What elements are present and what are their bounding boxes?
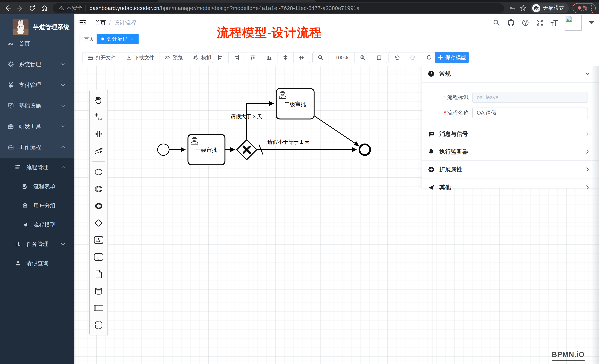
sidebar-item-label: 任务管理: [26, 240, 60, 248]
canvas-edge-scroll[interactable]: [591, 66, 599, 364]
sidebar-item-workflow[interactable]: 工作流程: [0, 137, 74, 157]
message-icon: [428, 130, 435, 138]
create-intermediate-event[interactable]: [90, 180, 107, 197]
sidebar-item-process-mgmt[interactable]: 流程管理: [0, 158, 74, 177]
process-name-input[interactable]: [472, 108, 588, 118]
section-extended-attrs[interactable]: 扩展属性: [422, 161, 599, 178]
bookmark-star-icon[interactable]: [520, 4, 527, 12]
breadcrumb-current: 设计流程: [114, 19, 136, 27]
form-edit-icon: [22, 183, 28, 190]
sidebar-collapse-icon[interactable]: [79, 19, 87, 27]
browser-active-tab[interactable]: [158, 0, 316, 2]
align-top-icon[interactable]: [245, 52, 261, 63]
sidebar-item-task-mgmt[interactable]: 任务管理: [0, 235, 74, 254]
save-model-button[interactable]: 保存模型: [435, 52, 469, 63]
bell-icon: [428, 148, 435, 155]
breadcrumb-home[interactable]: 首页: [95, 19, 106, 27]
sidebar-item-leave-query[interactable]: 请假查询: [0, 254, 74, 273]
tab-home[interactable]: 首页: [79, 34, 98, 44]
search-icon[interactable]: [493, 19, 501, 27]
open-file-button[interactable]: 打开文件: [82, 52, 121, 63]
url-bar[interactable]: 不安全 dashboard.yudao.iocoder.cn/bpm/manag…: [53, 3, 504, 13]
section-execution-listener[interactable]: 执行监听器: [422, 143, 599, 161]
back-icon[interactable]: [4, 4, 11, 12]
avatar[interactable]: [564, 15, 581, 31]
create-end-event[interactable]: [90, 197, 107, 214]
sidebar-item-process-form[interactable]: 流程表单: [0, 177, 74, 196]
align-left-icon[interactable]: [212, 52, 229, 63]
connection-tool[interactable]: [90, 143, 107, 160]
download-file-button[interactable]: 下载文件: [121, 52, 159, 63]
sidebar-item-home[interactable]: 首页: [0, 33, 74, 54]
button-label: 模拟: [201, 54, 211, 61]
chevron-down-icon: [584, 71, 590, 77]
sidebar-item-label: 流程表单: [33, 183, 74, 190]
font-size-icon[interactable]: [550, 19, 558, 27]
align-center-horizontal-icon[interactable]: [277, 52, 294, 63]
sidebar-item-payment[interactable]: 支付管理: [0, 75, 74, 95]
browser-menu-icon[interactable]: [591, 5, 592, 11]
avatar-dropdown-icon[interactable]: [589, 21, 594, 24]
create-participant[interactable]: [90, 299, 107, 316]
zoom-reset-icon[interactable]: [371, 52, 387, 63]
preview-button[interactable]: 预览: [159, 52, 188, 63]
align-right-icon[interactable]: [229, 52, 245, 63]
url-path: /bpm/manager/model/design?modelId=e4a1a1…: [159, 5, 360, 11]
update-button[interactable]: 更新: [573, 3, 596, 13]
key-icon[interactable]: [509, 4, 516, 12]
tab-close-icon[interactable]: ×: [131, 36, 134, 42]
github-icon[interactable]: [507, 19, 515, 27]
align-bottom-icon[interactable]: [261, 52, 277, 63]
bpmn-io-watermark[interactable]: BPMN.iO: [552, 350, 585, 361]
chevron-right-icon: [585, 131, 590, 137]
create-subprocess[interactable]: [90, 248, 107, 265]
zoom-out-icon[interactable]: [313, 52, 329, 63]
process-key-input[interactable]: [472, 92, 588, 103]
home-icon[interactable]: [41, 4, 48, 12]
create-gateway[interactable]: [90, 214, 107, 231]
create-user-task[interactable]: [90, 231, 107, 248]
broken-image-icon: [565, 15, 572, 23]
space-tool[interactable]: [90, 126, 107, 143]
file-button-group: 打开文件 下载文件 预览 模拟: [82, 52, 216, 63]
lasso-tool[interactable]: [90, 109, 107, 126]
fullscreen-icon[interactable]: [536, 19, 544, 27]
section-message-signal[interactable]: 消息与信号: [422, 125, 599, 143]
hand-tool[interactable]: [90, 92, 107, 109]
chevron-down-icon: [60, 103, 66, 109]
sidebar-item-process-model[interactable]: 流程模型: [0, 215, 74, 235]
button-label: 下载文件: [134, 54, 154, 61]
forward-icon[interactable]: [16, 4, 24, 12]
sidebar-item-system[interactable]: 系统管理: [0, 54, 74, 75]
sidebar-item-label: 首页: [19, 40, 74, 48]
sidebar-item-label: 工作流程: [19, 143, 60, 151]
section-general[interactable]: i 常规: [422, 65, 599, 83]
create-group[interactable]: [90, 316, 107, 333]
reload-icon[interactable]: [28, 4, 36, 12]
chevron-right-icon: [585, 167, 590, 172]
create-data-store[interactable]: [90, 282, 107, 299]
palette-divider: [92, 161, 105, 162]
sidebar-item-devtools[interactable]: 研发工具: [0, 116, 74, 137]
security-label: 不安全: [66, 4, 82, 12]
section-other[interactable]: 其他: [422, 178, 599, 196]
sidebar-item-user-group[interactable]: 用户分组: [0, 196, 74, 215]
section-title: 常规: [439, 70, 584, 78]
align-center-vertical-icon[interactable]: [294, 52, 310, 63]
user-icon: [15, 260, 21, 266]
create-data-object[interactable]: [90, 265, 107, 282]
field-label: *流程标识: [422, 94, 469, 101]
sidebar-item-infra[interactable]: 基础设施: [0, 95, 74, 116]
required-mark: *: [444, 110, 446, 116]
zoom-in-icon[interactable]: [355, 52, 371, 63]
tab-design-active[interactable]: 设计流程 ×: [97, 34, 139, 44]
undo-icon[interactable]: [389, 52, 405, 63]
warning-icon: [58, 5, 64, 11]
plus-circle-icon: [428, 166, 435, 173]
plus-icon: [438, 55, 443, 60]
help-icon[interactable]: [521, 19, 529, 27]
update-label: 更新: [577, 4, 588, 12]
redo-icon[interactable]: [405, 52, 421, 63]
create-start-event[interactable]: [90, 163, 107, 180]
flow-branch-icon: [15, 241, 21, 247]
